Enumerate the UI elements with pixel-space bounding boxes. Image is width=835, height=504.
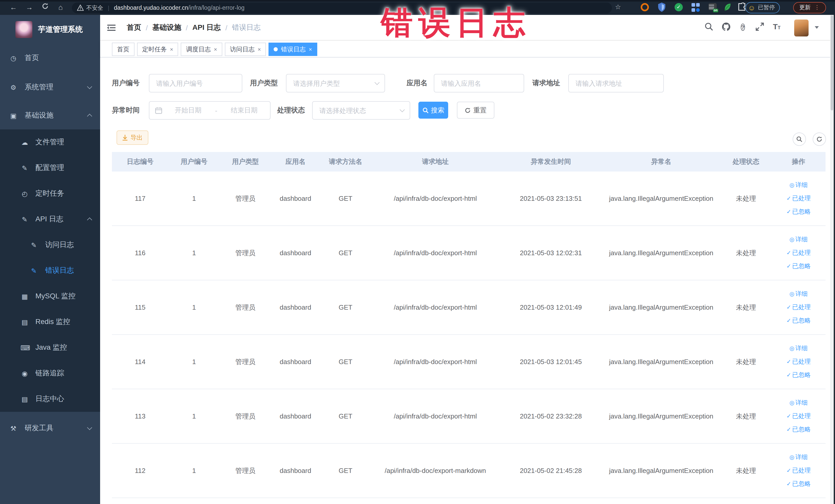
- sidebar-item-scheduled-tasks[interactable]: ◴ 定时任务: [0, 181, 100, 206]
- sidebar-item-redis-monitor[interactable]: ▤ Redis 监控: [0, 309, 100, 335]
- security-label[interactable]: 不安全: [86, 4, 103, 12]
- col-status: 处理状态: [720, 157, 772, 166]
- app-name-field[interactable]: [434, 75, 524, 92]
- close-icon[interactable]: ×: [214, 43, 217, 55]
- tab-dispatch-logs[interactable]: 调度日志 ×: [181, 42, 222, 56]
- close-icon[interactable]: ×: [170, 43, 173, 55]
- user-id-input[interactable]: [149, 74, 242, 93]
- user-avatar[interactable]: [794, 20, 809, 37]
- mark-ignored-link[interactable]: ✓已忽略: [772, 206, 826, 217]
- hamburger-icon[interactable]: [106, 23, 117, 35]
- browser-home-icon[interactable]: ⌂: [56, 3, 66, 11]
- sidebar-item-access-logs[interactable]: ✎ 访问日志: [0, 232, 100, 258]
- detail-link[interactable]: ◎详细: [772, 398, 826, 408]
- breadcrumb-item-home[interactable]: 首页: [127, 23, 141, 32]
- app-name-input[interactable]: [434, 74, 524, 93]
- range-start-placeholder[interactable]: 开始日期: [162, 106, 214, 115]
- tab-home[interactable]: 首页: [112, 42, 135, 56]
- sidebar-item-java-monitor[interactable]: ⌨ Java 监控: [0, 335, 100, 361]
- detail-link[interactable]: ◎详细: [772, 343, 826, 354]
- cell-actions: ◎详细 ✓已处理 ✓已忽略: [772, 288, 826, 326]
- sidebar-item-dev-tools[interactable]: ⚒ 研发工具: [0, 414, 100, 443]
- sidebar-item-file-management[interactable]: ☁ 文件管理: [0, 129, 100, 155]
- request-url-input[interactable]: [568, 74, 664, 93]
- tab-error-logs[interactable]: 错误日志 ×: [269, 42, 317, 56]
- refresh-table-button[interactable]: [813, 133, 826, 146]
- process-status-select[interactable]: [312, 101, 410, 120]
- extensions-puzzle-icon[interactable]: [737, 3, 747, 12]
- mark-ignored-link[interactable]: ✓已忽略: [772, 370, 826, 381]
- font-size-icon[interactable]: TT: [771, 22, 782, 33]
- col-app-name: 应用名: [271, 157, 320, 166]
- address-bar[interactable]: 不安全 | dashboard.yudao.iocoder.cn/infra/l…: [72, 2, 612, 13]
- browser-update-button[interactable]: 更新 ⋮: [793, 2, 826, 13]
- sidebar-item-link-tracing[interactable]: ◉ 链路追踪: [0, 361, 100, 386]
- mark-processed-link[interactable]: ✓已处理: [772, 356, 826, 367]
- sidebar-item-config-management[interactable]: ✎ 配置管理: [0, 155, 100, 181]
- toggle-search-button[interactable]: [793, 133, 806, 146]
- github-icon[interactable]: [720, 22, 732, 33]
- sidebar-item-mysql-monitor[interactable]: ▦ MySQL 监控: [0, 283, 100, 309]
- cell-exception-name: java.lang.IllegalArgumentException: [602, 358, 720, 366]
- sidebar-item-infrastructure[interactable]: ▣ 基础设施: [0, 102, 100, 129]
- cell-request-url: /api/infra/db-doc/export-markdown: [371, 467, 500, 475]
- breadcrumb-item-api-logs[interactable]: API 日志: [192, 23, 221, 32]
- sidebar-item-log-center[interactable]: ▤ 日志中心: [0, 386, 100, 412]
- sidebar-logo[interactable]: 芋道管理系统: [0, 20, 100, 39]
- detail-link[interactable]: ◎详细: [772, 452, 826, 463]
- browser-profile-chip[interactable]: ☺ 已暂停: [746, 2, 780, 13]
- search-icon[interactable]: [703, 22, 715, 33]
- process-status-field[interactable]: [313, 102, 410, 119]
- extension-icon-shield[interactable]: [658, 3, 667, 12]
- browser-reload-icon[interactable]: [40, 3, 50, 11]
- detail-link[interactable]: ◎详细: [772, 288, 826, 299]
- col-exception-time: 异常发生时间: [500, 157, 602, 166]
- user-type-select[interactable]: [286, 74, 385, 93]
- exception-time-range-picker[interactable]: 开始日期 - 结束日期: [149, 101, 270, 120]
- url-path[interactable]: /infra/log/api-error-log: [188, 5, 245, 11]
- detail-link[interactable]: ◎详细: [772, 234, 826, 245]
- mark-ignored-link[interactable]: ✓已忽略: [772, 261, 826, 271]
- table-row: 113 1 管理员 dashboard GET /api/infra/db-do…: [112, 389, 826, 444]
- extension-icon-switch[interactable]: on: [709, 3, 718, 12]
- detail-link[interactable]: ◎详细: [772, 180, 826, 190]
- user-id-field[interactable]: [149, 75, 242, 92]
- sidebar-item-system-management[interactable]: ⚙ 系统管理: [0, 73, 100, 102]
- url-domain[interactable]: dashboard.yudao.iocoder.cn: [114, 5, 188, 11]
- tab-label: 访问日志: [230, 43, 254, 55]
- bookmark-star-icon[interactable]: ☆: [615, 3, 621, 11]
- mark-processed-link[interactable]: ✓已处理: [772, 302, 826, 313]
- page-scrollbar-thumb[interactable]: [830, 15, 833, 110]
- export-button[interactable]: 导出: [117, 130, 148, 145]
- tab-access-logs[interactable]: 访问日志 ×: [225, 42, 266, 56]
- mark-processed-link[interactable]: ✓已处理: [772, 193, 826, 204]
- range-end-placeholder[interactable]: 结束日期: [218, 106, 270, 115]
- sidebar-item-home[interactable]: ◷ 首页: [0, 44, 100, 73]
- breadcrumb-item-infrastructure[interactable]: 基础设施: [152, 23, 181, 32]
- mark-processed-link[interactable]: ✓已处理: [772, 411, 826, 422]
- browser-forward-icon[interactable]: →: [24, 3, 34, 11]
- browser-back-icon[interactable]: ←: [8, 3, 19, 11]
- user-type-field[interactable]: [286, 75, 385, 92]
- request-url-field[interactable]: [569, 75, 663, 92]
- avatar-caret-down-icon[interactable]: [815, 26, 819, 29]
- mark-ignored-link[interactable]: ✓已忽略: [772, 315, 826, 326]
- cell-log-id: 113: [112, 412, 168, 420]
- mark-ignored-link[interactable]: ✓已忽略: [772, 424, 826, 435]
- tab-scheduled-tasks[interactable]: 定时任务 ×: [137, 42, 178, 56]
- help-icon[interactable]: ?: [737, 22, 749, 33]
- extension-icon-orange-ring[interactable]: [641, 3, 650, 12]
- extension-icon-leaf[interactable]: [724, 3, 733, 12]
- mark-processed-link[interactable]: ✓已处理: [772, 247, 826, 258]
- extension-icon-green-check[interactable]: ✓: [675, 3, 684, 12]
- close-icon[interactable]: ×: [309, 43, 312, 55]
- close-icon[interactable]: ×: [258, 43, 261, 55]
- sidebar-item-api-logs[interactable]: ✎ API 日志: [0, 206, 100, 232]
- mark-processed-link[interactable]: ✓已处理: [772, 465, 826, 476]
- fullscreen-icon[interactable]: [754, 22, 766, 33]
- extension-icon-grid[interactable]: [692, 3, 701, 12]
- mark-ignored-link[interactable]: ✓已忽略: [772, 479, 826, 489]
- sidebar-item-error-logs[interactable]: ✎ 错误日志: [0, 258, 100, 283]
- search-button[interactable]: 搜索: [419, 102, 448, 119]
- reset-button[interactable]: 重置: [457, 102, 494, 119]
